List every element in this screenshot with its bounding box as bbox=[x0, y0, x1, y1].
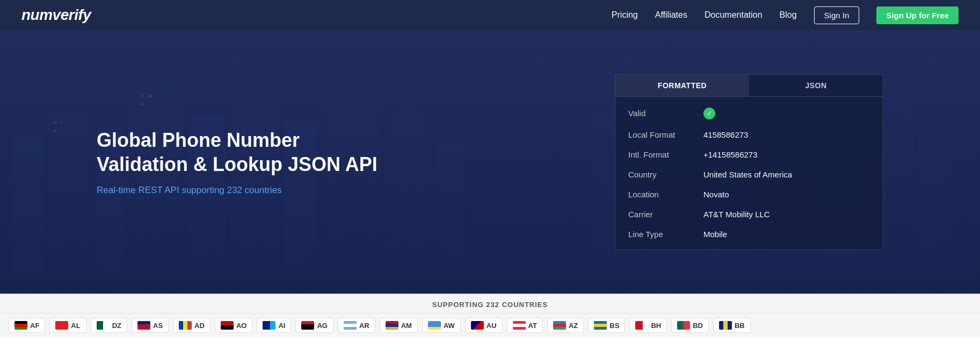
country-code: BS bbox=[609, 322, 619, 330]
api-row-valid: Valid ✓ bbox=[615, 102, 883, 125]
country-item[interactable]: AU bbox=[465, 318, 503, 333]
valid-check-icon: ✓ bbox=[703, 108, 715, 119]
value-location: Novato bbox=[703, 190, 729, 199]
country-code: AD bbox=[194, 322, 205, 330]
api-row-carrier: Carrier AT&T Mobility LLC bbox=[615, 204, 883, 224]
country-item[interactable]: AS bbox=[132, 318, 169, 333]
country-item[interactable]: AD bbox=[173, 318, 210, 333]
label-line-type: Line Type bbox=[628, 230, 703, 239]
country-item[interactable]: BH bbox=[629, 318, 667, 333]
flag-icon bbox=[513, 321, 526, 330]
svg-rect-3 bbox=[48, 111, 91, 272]
signin-button[interactable]: Sign In bbox=[814, 6, 860, 24]
hero-content: Global Phone Number Validation & Lookup … bbox=[97, 128, 561, 196]
api-result-card: FORMATTED JSON Valid ✓ Local Format 4158… bbox=[615, 74, 883, 250]
country-code: AZ bbox=[569, 322, 578, 330]
flag-icon bbox=[179, 321, 192, 330]
flag-icon bbox=[55, 321, 68, 330]
flag-icon bbox=[471, 321, 484, 330]
label-intl-format: Intl. Format bbox=[628, 150, 703, 159]
flag-icon bbox=[553, 321, 566, 330]
label-location: Location bbox=[628, 190, 703, 199]
nav-pricing[interactable]: Pricing bbox=[612, 10, 638, 20]
country-item[interactable]: AW bbox=[422, 318, 461, 333]
country-item[interactable]: AR bbox=[338, 318, 375, 333]
flag-icon bbox=[428, 321, 441, 330]
api-row-intl-format: Intl. Format +14158586273 bbox=[615, 145, 883, 165]
country-item[interactable]: AL bbox=[49, 318, 86, 333]
svg-rect-24 bbox=[140, 103, 144, 105]
tab-json[interactable]: JSON bbox=[749, 75, 883, 96]
country-code: BH bbox=[651, 322, 661, 330]
country-code: AO bbox=[236, 322, 247, 330]
api-card-body: Valid ✓ Local Format 4158586273 Intl. Fo… bbox=[615, 97, 883, 250]
api-row-local-format: Local Format 4158586273 bbox=[615, 125, 883, 145]
country-code: AT bbox=[528, 322, 537, 330]
flag-icon bbox=[344, 321, 357, 330]
nav-affiliates[interactable]: Affiliates bbox=[655, 10, 687, 20]
country-code: AL bbox=[71, 322, 80, 330]
label-local-format: Local Format bbox=[628, 130, 703, 139]
flag-icon bbox=[719, 321, 732, 330]
country-code: AM bbox=[401, 322, 412, 330]
country-item[interactable]: AG bbox=[295, 318, 333, 333]
flag-icon bbox=[137, 321, 150, 330]
flag-icon bbox=[635, 321, 648, 330]
country-item[interactable]: AF bbox=[9, 318, 45, 333]
country-code: AS bbox=[153, 322, 163, 330]
country-code: AU bbox=[487, 322, 497, 330]
country-item[interactable]: AM bbox=[380, 318, 418, 333]
svg-rect-19 bbox=[54, 122, 57, 124]
country-code: BB bbox=[735, 322, 745, 330]
signup-button[interactable]: Sign Up for Free bbox=[876, 6, 959, 24]
country-item[interactable]: AO bbox=[215, 318, 253, 333]
countries-strip: SUPPORTING 232 COUNTRIES AFALDZASADAOAIA… bbox=[0, 294, 980, 337]
site-logo[interactable]: numverify bbox=[21, 6, 91, 24]
country-item[interactable]: AT bbox=[507, 318, 543, 333]
nav-blog[interactable]: Blog bbox=[780, 10, 797, 20]
country-item[interactable]: DZ bbox=[91, 318, 127, 333]
value-local-format: 4158586273 bbox=[703, 130, 748, 139]
svg-rect-20 bbox=[59, 122, 62, 124]
hero-subtitle-link[interactable]: supporting 232 countries bbox=[182, 185, 281, 195]
country-code: AG bbox=[317, 322, 328, 330]
api-tabs: FORMATTED JSON bbox=[615, 75, 883, 97]
country-code: AI bbox=[278, 322, 285, 330]
svg-rect-21 bbox=[54, 130, 57, 132]
country-item[interactable]: BB bbox=[713, 318, 751, 333]
country-item[interactable]: BS bbox=[588, 318, 625, 333]
flag-icon bbox=[14, 321, 27, 330]
label-valid: Valid bbox=[628, 109, 703, 118]
nav-links: Pricing Affiliates Documentation Blog Si… bbox=[612, 6, 959, 24]
value-carrier: AT&T Mobility LLC bbox=[703, 210, 770, 219]
flag-icon bbox=[386, 321, 398, 330]
country-item[interactable]: AZ bbox=[547, 318, 584, 333]
country-code: BD bbox=[693, 322, 703, 330]
api-row-country: Country United States of America bbox=[615, 165, 883, 184]
nav-documentation[interactable]: Documentation bbox=[705, 10, 763, 20]
label-country: Country bbox=[628, 170, 703, 179]
tab-formatted[interactable]: FORMATTED bbox=[615, 75, 749, 96]
flag-icon bbox=[677, 321, 690, 330]
countries-header: SUPPORTING 232 COUNTRIES bbox=[0, 294, 980, 314]
country-item[interactable]: BD bbox=[671, 318, 709, 333]
flag-icon bbox=[594, 321, 607, 330]
svg-rect-22 bbox=[140, 95, 144, 97]
hero-subtitle: Real-time REST API supporting 232 countr… bbox=[97, 185, 561, 196]
flag-icon bbox=[263, 321, 275, 330]
country-code: AF bbox=[30, 322, 39, 330]
hero-title: Global Phone Number Validation & Lookup … bbox=[97, 128, 561, 176]
value-intl-format: +14158586273 bbox=[703, 150, 758, 159]
flag-icon bbox=[221, 321, 234, 330]
country-code: AR bbox=[359, 322, 369, 330]
svg-rect-23 bbox=[148, 95, 152, 97]
hero-section: Global Phone Number Validation & Lookup … bbox=[0, 30, 980, 294]
svg-rect-18 bbox=[918, 127, 950, 272]
country-item[interactable]: AI bbox=[257, 318, 291, 333]
value-country: United States of America bbox=[703, 170, 792, 179]
value-line-type: Mobile bbox=[703, 230, 727, 239]
svg-rect-2 bbox=[11, 138, 43, 272]
api-row-line-type: Line Type Mobile bbox=[615, 224, 883, 244]
api-row-location: Location Novato bbox=[615, 184, 883, 204]
flag-icon bbox=[301, 321, 314, 330]
